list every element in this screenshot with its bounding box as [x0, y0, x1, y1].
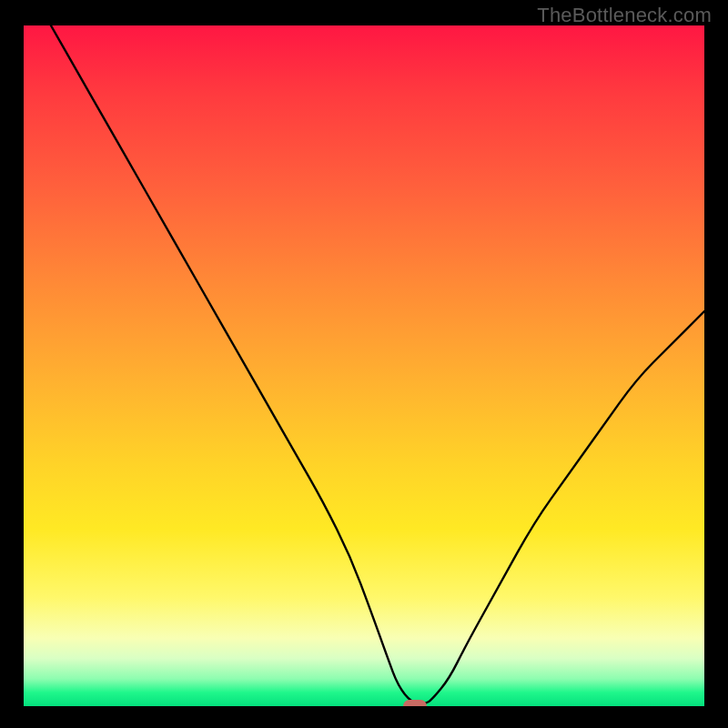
chart-frame: TheBottleneck.com	[0, 0, 728, 728]
watermark-text: TheBottleneck.com	[537, 4, 712, 27]
bottleneck-curve	[24, 25, 704, 706]
optimal-marker	[403, 700, 426, 706]
plot-area	[24, 25, 704, 706]
